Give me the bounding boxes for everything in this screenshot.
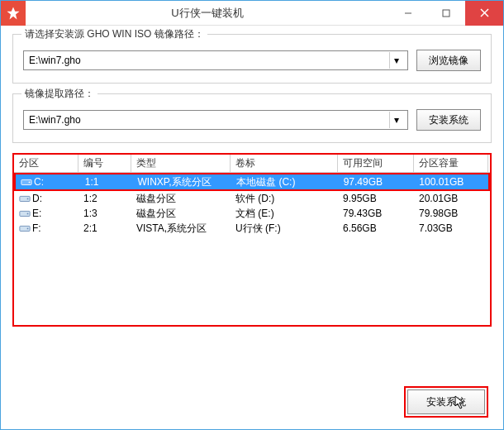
- table-cell: E:: [14, 207, 78, 220]
- table-cell: 2:1: [78, 222, 131, 235]
- th-volume[interactable]: 卷标: [231, 155, 338, 172]
- table-cell: 100.01GB: [414, 175, 488, 189]
- logo-icon: [6, 6, 21, 21]
- table-body: C:1:1WINXP,系统分区本地磁盘 (C:)97.49GB100.01GBD…: [14, 173, 490, 236]
- table-cell: 1:1: [80, 175, 133, 189]
- table-cell: 20.01GB: [414, 192, 488, 205]
- extract-path-select[interactable]: E:\win7.gho ▾: [23, 110, 408, 130]
- install-button[interactable]: 安装系统: [407, 389, 485, 414]
- table-cell: F:: [14, 222, 78, 235]
- table-cell: 7.03GB: [414, 222, 488, 235]
- drive-icon: [21, 177, 32, 187]
- drive-icon: [19, 194, 31, 203]
- source-label: 请选择安装源 GHO WIN ISO 镜像路径：: [21, 27, 207, 41]
- table-cell: 1:2: [78, 192, 131, 205]
- source-group: 请选择安装源 GHO WIN ISO 镜像路径： E:\win7.gho ▾ 浏…: [12, 34, 492, 84]
- svg-rect-1: [443, 10, 449, 17]
- extract-label: 镜像提取路径：: [21, 87, 97, 101]
- th-size[interactable]: 分区容量: [414, 155, 488, 172]
- install-button-small[interactable]: 安装系统: [416, 109, 481, 131]
- minimize-icon: [404, 9, 412, 17]
- footer: 安装系统: [404, 386, 488, 418]
- table-cell: 79.43GB: [338, 207, 414, 220]
- table-cell: U行侠 (F:): [231, 221, 338, 236]
- drive-icon: [19, 223, 31, 233]
- maximize-icon: [442, 9, 450, 17]
- close-button[interactable]: [465, 1, 503, 26]
- drive-icon: [19, 208, 31, 218]
- table-cell: 文档 (E:): [231, 206, 338, 222]
- table-cell: VISTA,系统分区: [131, 221, 231, 236]
- table-header: 分区 编号 类型 卷标 可用空间 分区容量: [14, 155, 490, 173]
- maximize-button[interactable]: [427, 1, 465, 26]
- content-area: 请选择安装源 GHO WIN ISO 镜像路径： E:\win7.gho ▾ 浏…: [1, 26, 503, 335]
- source-path-value: E:\win7.gho: [29, 55, 81, 66]
- table-cell: WINXP,系统分区: [133, 174, 232, 190]
- table-row[interactable]: E:1:3磁盘分区文档 (E:)79.43GB79.98GB: [14, 206, 490, 221]
- th-type[interactable]: 类型: [131, 155, 231, 172]
- extract-path-value: E:\win7.gho: [29, 114, 81, 126]
- cursor-icon: [454, 395, 466, 410]
- table-row[interactable]: F:2:1VISTA,系统分区U行侠 (F:)6.56GB7.03GB: [14, 221, 490, 236]
- table-row[interactable]: D:1:2磁盘分区软件 (D:)9.95GB20.01GB: [14, 191, 490, 206]
- install-highlight: 安装系统: [404, 386, 488, 418]
- table-cell: 6.56GB: [338, 222, 414, 235]
- table-cell: 磁盘分区: [131, 191, 231, 207]
- svg-point-11: [27, 228, 29, 230]
- chevron-down-icon: ▾: [389, 112, 402, 128]
- table-cell: D:: [14, 192, 78, 205]
- svg-point-5: [29, 182, 31, 184]
- svg-point-7: [27, 198, 29, 200]
- browse-button[interactable]: 浏览镜像: [416, 50, 481, 71]
- table-cell: 软件 (D:): [231, 191, 338, 207]
- table-cell: 97.49GB: [339, 175, 415, 189]
- chevron-down-icon: ▾: [389, 52, 402, 69]
- table-row[interactable]: C:1:1WINXP,系统分区本地磁盘 (C:)97.49GB100.01GB: [14, 173, 490, 191]
- table-cell: 本地磁盘 (C:): [231, 174, 339, 190]
- table-cell: 磁盘分区: [131, 206, 231, 222]
- source-path-select[interactable]: E:\win7.gho ▾: [23, 50, 408, 70]
- th-partition[interactable]: 分区: [14, 155, 78, 172]
- table-cell: 1:3: [78, 207, 131, 220]
- extract-group: 镜像提取路径： E:\win7.gho ▾ 安装系统: [12, 93, 492, 143]
- window-title: U行侠一键装机: [26, 6, 389, 21]
- partition-table: 分区 编号 类型 卷标 可用空间 分区容量 C:1:1WINXP,系统分区本地磁…: [12, 153, 492, 327]
- window-controls: [389, 1, 503, 26]
- close-icon: [480, 8, 489, 17]
- svg-point-9: [27, 213, 29, 215]
- th-number[interactable]: 编号: [78, 155, 131, 172]
- minimize-button[interactable]: [389, 1, 427, 26]
- th-free[interactable]: 可用空间: [338, 155, 414, 172]
- table-cell: 9.95GB: [338, 192, 414, 205]
- table-cell: 79.98GB: [414, 207, 488, 220]
- app-icon: [1, 1, 26, 26]
- titlebar: U行侠一键装机: [1, 1, 503, 26]
- table-cell: C:: [16, 175, 80, 189]
